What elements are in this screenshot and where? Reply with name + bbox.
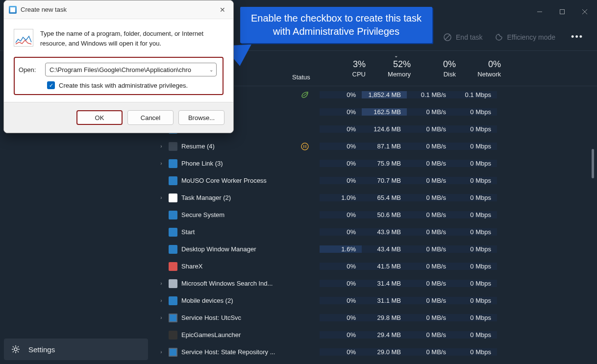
table-row[interactable]: Start0%43.9 MB0 MB/s0 Mbps [152, 223, 597, 241]
column-disk[interactable]: 0%Disk [417, 51, 462, 86]
table-row[interactable]: MoUSO Core Worker Process0%70.7 MB0 MB/s… [152, 172, 597, 189]
metric-cell: 0% [320, 331, 362, 339]
ok-button[interactable]: OK [76, 110, 123, 125]
metric-cell: 0 Mbps [452, 211, 497, 218]
metric-cell: 43.9 MB [362, 228, 407, 236]
open-path-combobox[interactable]: C:\Program Files\Google\Chrome\Applicati… [45, 63, 217, 76]
svg-point-19 [301, 143, 308, 150]
pause-icon [300, 142, 309, 151]
dialog-message: Type the name of a program, folder, docu… [40, 29, 224, 48]
scrollbar-thumb[interactable] [592, 149, 594, 178]
metric-cell: 124.6 MB [362, 125, 407, 133]
metric-cell: 0 Mbps [452, 245, 497, 253]
table-row[interactable]: EpicGamesLauncher0%29.4 MB0 MB/s0 Mbps [152, 326, 597, 343]
table-row[interactable]: ›Phone Link (3)0%75.9 MB0 MB/s0 Mbps [152, 155, 597, 172]
callout-text: Enable the checkbox to create this task [251, 12, 422, 25]
close-button[interactable] [573, 4, 596, 20]
process-name: MoUSO Core Worker Process [181, 177, 267, 184]
metric-cell: 0 Mbps [452, 331, 497, 339]
efficiency-mode-button[interactable]: Efficiency mode [495, 33, 556, 42]
table-row[interactable]: ShareX0%41.5 MB0 MB/s0 Mbps [152, 258, 597, 275]
table-row[interactable]: Secure System0%50.6 MB0 MB/s0 Mbps [152, 206, 597, 223]
open-path-value: C:\Program Files\Google\Chrome\Applicati… [50, 66, 191, 73]
process-name: EpicGamesLauncher [181, 331, 241, 339]
metric-cell: 65.4 MB [362, 194, 407, 201]
app-icon [169, 262, 177, 271]
column-status[interactable]: Status [290, 51, 329, 86]
table-row[interactable]: ›Resume (4)0%87.1 MB0 MB/s0 Mbps [152, 138, 597, 155]
efficiency-icon [495, 33, 503, 42]
table-row[interactable]: ›Service Host: State Repository ...0%29.… [152, 343, 597, 361]
app-icon [169, 211, 177, 219]
app-icon [169, 279, 177, 288]
expand-icon[interactable]: › [158, 195, 165, 200]
dialog-titlebar: Create new task ✕ [4, 0, 233, 19]
metric-cell: 0 MB/s [407, 331, 452, 339]
table-row[interactable]: Desktop Window Manager1.6%43.4 MB0 MB/s0… [152, 241, 597, 258]
table-row[interactable]: ›Service Host: UtcSvc0%29.8 MB0 MB/s0 Mb… [152, 309, 597, 326]
metric-cell: 87.1 MB [362, 143, 407, 150]
metric-cell: 0 Mbps [452, 160, 497, 167]
metric-cell: 1.0% [320, 194, 362, 201]
app-icon [169, 176, 177, 185]
dialog-title: Create new task [21, 6, 216, 13]
dialog-app-icon [9, 6, 17, 14]
minimize-button[interactable] [528, 4, 551, 20]
column-network[interactable]: 0%Network [462, 51, 507, 86]
metric-cell: 29.0 MB [362, 348, 407, 356]
end-task-label: End task [456, 33, 482, 41]
sort-indicator-icon: ⌄ [394, 53, 398, 58]
metric-cell: 29.8 MB [362, 314, 407, 321]
metric-cell: 0% [320, 91, 362, 98]
metric-cell: 0% [320, 108, 362, 116]
svg-rect-22 [10, 7, 15, 12]
metric-cell: 31.4 MB [362, 280, 407, 287]
metric-cell: 0 MB/s [407, 108, 452, 116]
table-row[interactable]: ›Microsoft Windows Search Ind...0%31.4 M… [152, 275, 597, 292]
cancel-button[interactable]: Cancel [127, 110, 174, 125]
end-task-button[interactable]: End task [443, 33, 482, 42]
metric-cell: 0 MB/s [407, 314, 452, 321]
sidebar-item-settings[interactable]: Settings [4, 339, 148, 360]
metric-cell: 0 Mbps [452, 280, 497, 287]
expand-icon[interactable]: › [158, 144, 165, 149]
svg-line-8 [445, 35, 450, 40]
expand-icon[interactable]: › [158, 349, 165, 355]
more-menu-button[interactable]: ••• [567, 32, 587, 42]
svg-point-18 [14, 348, 17, 351]
metric-cell: 0% [320, 314, 362, 321]
metric-cell: 0% [320, 211, 362, 218]
metric-cell: 0 MB/s [407, 297, 452, 304]
table-row[interactable]: ›Mobile devices (2)0%31.1 MB0 MB/s0 Mbps [152, 292, 597, 309]
metric-cell: 0% [320, 125, 362, 133]
expand-icon[interactable]: › [158, 298, 165, 303]
column-memory[interactable]: ⌄52%Memory [372, 51, 417, 86]
metric-cell: 0 MB/s [407, 177, 452, 184]
process-name: Start [181, 228, 195, 236]
app-icon [169, 296, 177, 305]
expand-icon[interactable]: › [158, 281, 165, 286]
metric-cell: 0 MB/s [407, 125, 452, 133]
column-cpu[interactable]: 3%CPU [329, 51, 372, 86]
dialog-run-icon [14, 29, 33, 47]
status-cell [290, 91, 320, 99]
metric-cell: 1.6% [320, 245, 362, 253]
metric-cell: 0 Mbps [452, 228, 497, 236]
admin-privileges-checkbox[interactable]: ✓ [47, 81, 55, 89]
app-icon [169, 331, 177, 340]
dialog-close-button[interactable]: ✕ [216, 4, 229, 16]
process-name: Secure System [181, 211, 224, 218]
svg-rect-1 [560, 10, 565, 14]
metric-cell: 0.1 MB/s [407, 91, 452, 98]
table-row[interactable]: ›Task Manager (2)1.0%65.4 MB0 MB/s0 Mbps [152, 189, 597, 206]
create-task-dialog: Create new task ✕ Type the name of a pro… [3, 0, 234, 133]
browse-button[interactable]: Browse... [178, 110, 224, 125]
metric-cell: 162.5 MB [362, 108, 407, 116]
metric-cell: 75.9 MB [362, 160, 407, 167]
metric-cell: 1,852.4 MB [362, 91, 407, 98]
expand-icon[interactable]: › [158, 315, 165, 320]
maximize-button[interactable] [551, 4, 573, 20]
metric-cell: 29.4 MB [362, 331, 407, 339]
metric-cell: 43.4 MB [362, 245, 407, 253]
expand-icon[interactable]: › [158, 161, 165, 166]
